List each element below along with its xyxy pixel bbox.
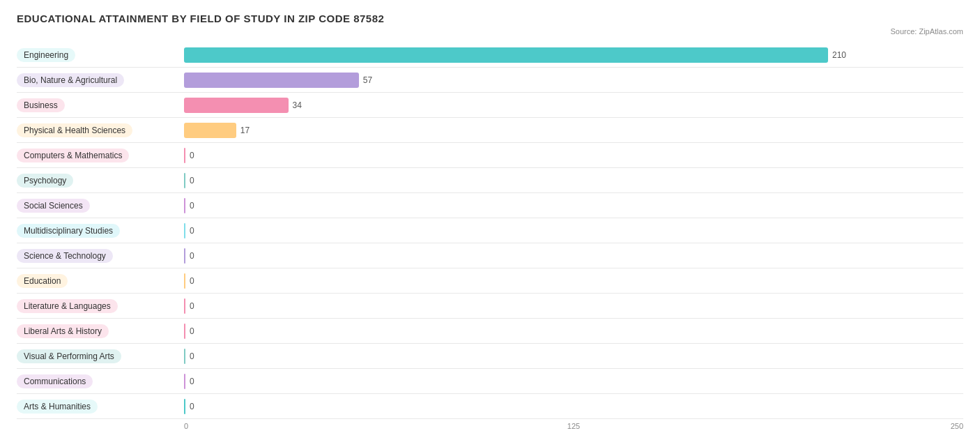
bar	[184, 374, 185, 389]
bar-row: Bio, Nature & Agricultural57	[17, 68, 963, 93]
label-pill: Arts & Humanities	[17, 400, 98, 414]
label-cell: Social Sciences	[17, 199, 184, 213]
label-pill: Communications	[17, 374, 93, 388]
label-cell: Bio, Nature & Agricultural	[17, 73, 184, 87]
x-axis-tick: 125	[444, 422, 704, 430]
bar-value: 0	[190, 301, 194, 311]
label-pill: Physical & Health Sciences	[17, 123, 132, 137]
bar	[184, 223, 185, 238]
bar	[184, 248, 185, 264]
bar	[184, 399, 185, 414]
label-pill: Multidisciplinary Studies	[17, 224, 120, 238]
bar	[184, 349, 185, 364]
label-cell: Multidisciplinary Studies	[17, 224, 184, 238]
label-pill: Education	[17, 274, 68, 288]
bar-cell: 0	[184, 349, 963, 364]
bar-value: 0	[190, 402, 194, 411]
bar-cell: 0	[184, 148, 963, 163]
bar	[184, 47, 828, 63]
bar-row: Computers & Mathematics0	[17, 143, 963, 168]
bar-value: 0	[190, 251, 194, 261]
bar-row: Literature & Languages0	[17, 294, 963, 319]
bar-value: 0	[190, 151, 194, 160]
bar-value: 57	[363, 75, 372, 85]
bar-value: 0	[190, 377, 194, 386]
bar-cell: 0	[184, 248, 963, 264]
bar	[184, 273, 185, 289]
bar	[184, 73, 359, 88]
bar-value: 17	[240, 126, 250, 135]
bar-value: 210	[832, 50, 846, 60]
bar-value: 0	[190, 351, 194, 361]
bar-cell: 0	[184, 298, 963, 314]
source-label: Source: ZipAtlas.com	[17, 27, 963, 36]
bar-cell: 0	[184, 223, 963, 238]
bar-value: 0	[190, 326, 194, 336]
bar	[184, 173, 185, 188]
bar-cell: 57	[184, 73, 963, 88]
label-pill: Science & Technology	[17, 249, 113, 263]
label-cell: Business	[17, 98, 184, 112]
label-cell: Psychology	[17, 174, 184, 188]
bar	[184, 298, 185, 314]
bar	[184, 123, 236, 138]
bar-row: Visual & Performing Arts0	[17, 344, 963, 369]
bar-cell: 0	[184, 198, 963, 213]
bar-row: Social Sciences0	[17, 193, 963, 218]
label-pill: Literature & Languages	[17, 299, 118, 313]
label-cell: Physical & Health Sciences	[17, 123, 184, 137]
bar	[184, 148, 185, 163]
bar-value: 34	[293, 100, 302, 110]
label-cell: Literature & Languages	[17, 299, 184, 313]
bar-row: Education0	[17, 268, 963, 294]
bar-cell: 0	[184, 374, 963, 389]
bar	[184, 198, 185, 213]
bar	[184, 324, 185, 339]
x-axis: 0125250	[17, 422, 963, 430]
label-pill: Computers & Mathematics	[17, 149, 129, 162]
label-cell: Computers & Mathematics	[17, 149, 184, 162]
bar-row: Liberal Arts & History0	[17, 319, 963, 344]
bar-value: 0	[190, 201, 194, 211]
chart-area: Engineering210Bio, Nature & Agricultural…	[17, 43, 963, 419]
label-pill: Engineering	[17, 48, 75, 62]
bar-cell: 0	[184, 273, 963, 289]
bar-value: 0	[190, 176, 194, 185]
bar-row: Multidisciplinary Studies0	[17, 218, 963, 243]
bar-cell: 0	[184, 173, 963, 188]
bar-cell: 0	[184, 324, 963, 339]
label-cell: Communications	[17, 374, 184, 388]
chart-title: EDUCATIONAL ATTAINMENT BY FIELD OF STUDY…	[17, 13, 963, 24]
label-cell: Visual & Performing Arts	[17, 349, 184, 363]
bar-cell: 210	[184, 47, 963, 63]
bar-value: 0	[190, 226, 194, 236]
label-cell: Engineering	[17, 48, 184, 62]
bar-row: Business34	[17, 93, 963, 118]
label-cell: Arts & Humanities	[17, 400, 184, 414]
label-cell: Liberal Arts & History	[17, 324, 184, 338]
bar-row: Psychology0	[17, 168, 963, 193]
label-pill: Liberal Arts & History	[17, 324, 109, 338]
bar-row: Physical & Health Sciences17	[17, 118, 963, 143]
bar-row: Communications0	[17, 369, 963, 394]
label-pill: Psychology	[17, 174, 73, 188]
label-pill: Visual & Performing Arts	[17, 349, 121, 363]
bar-row: Arts & Humanities0	[17, 394, 963, 419]
bar-cell: 34	[184, 98, 963, 113]
bar-row: Engineering210	[17, 43, 963, 68]
label-pill: Business	[17, 98, 65, 112]
label-pill: Bio, Nature & Agricultural	[17, 73, 124, 87]
label-pill: Social Sciences	[17, 199, 90, 213]
bar-value: 0	[190, 276, 194, 286]
bar-cell: 17	[184, 123, 963, 138]
x-axis-tick: 250	[703, 422, 963, 430]
label-cell: Science & Technology	[17, 249, 184, 263]
bar	[184, 98, 289, 113]
bar-row: Science & Technology0	[17, 243, 963, 268]
label-cell: Education	[17, 274, 184, 288]
x-axis-tick: 0	[184, 422, 444, 430]
bar-cell: 0	[184, 399, 963, 414]
